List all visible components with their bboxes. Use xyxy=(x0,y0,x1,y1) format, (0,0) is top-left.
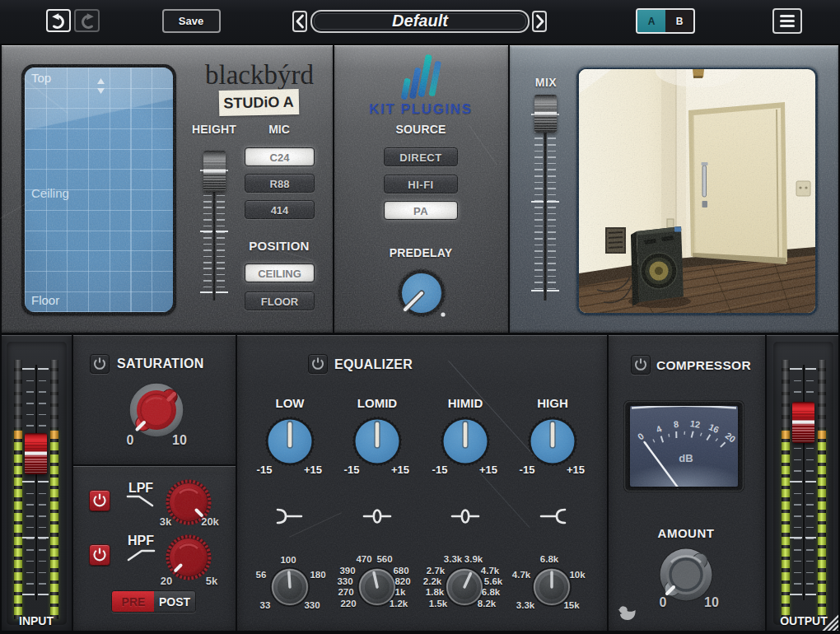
svg-text:dB: dB xyxy=(679,452,693,464)
svg-text:12: 12 xyxy=(689,418,701,430)
